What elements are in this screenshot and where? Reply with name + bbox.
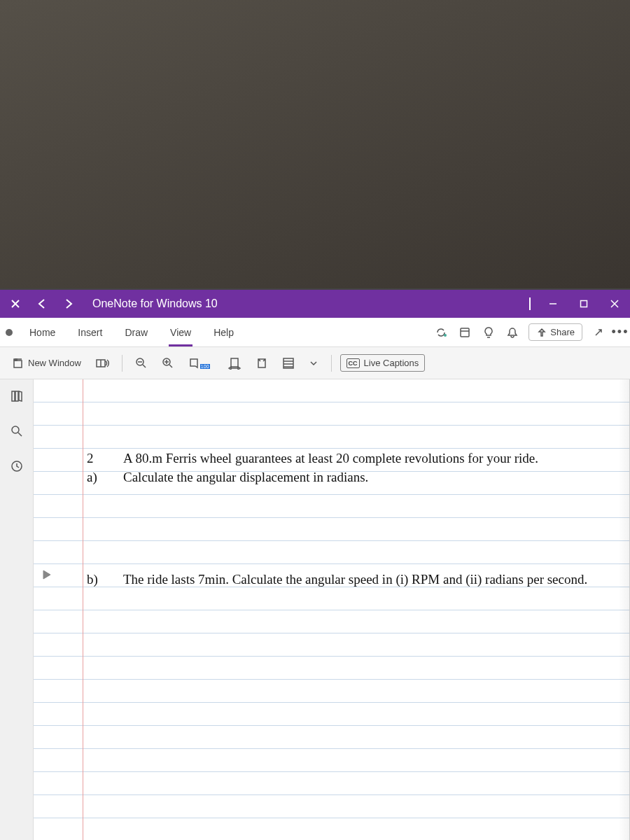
q2a-text: Calculate the angular displacement in ra… — [123, 468, 608, 487]
feed-icon[interactable] — [454, 322, 475, 343]
question-2: 2 A 80.m Ferris wheel guarantees at leas… — [87, 449, 608, 486]
fullscreen-icon[interactable] — [588, 322, 609, 343]
tab-home[interactable]: Home — [18, 318, 66, 346]
svg-rect-2 — [461, 328, 469, 337]
recent-icon[interactable] — [6, 455, 28, 477]
page-edge-shadow — [618, 379, 629, 840]
lightbulb-icon[interactable] — [478, 322, 499, 343]
zoom-in-button[interactable] — [158, 354, 178, 372]
app-title: OneNote for Windows 10 — [84, 298, 218, 310]
main-area: 2 A 80.m Ferris wheel guarantees at leas… — [0, 379, 630, 840]
text-cursor — [529, 298, 531, 310]
tab-help[interactable]: Help — [202, 318, 245, 346]
svg-point-10 — [12, 426, 19, 433]
share-label: Share — [550, 327, 575, 337]
note-page[interactable]: 2 A 80.m Ferris wheel guarantees at leas… — [34, 379, 630, 840]
q2-number: 2 — [87, 449, 123, 468]
tab-view[interactable]: View — [159, 318, 202, 346]
svg-rect-8 — [12, 391, 15, 401]
immersive-reader-button[interactable] — [91, 354, 113, 372]
svg-rect-0 — [581, 301, 587, 307]
svg-rect-6 — [231, 358, 238, 367]
minimize-button[interactable] — [538, 290, 568, 318]
navigation-icon[interactable] — [6, 385, 28, 407]
maximize-button[interactable] — [568, 290, 599, 318]
rule-lines-button[interactable] — [278, 354, 299, 372]
play-audio-icon[interactable] — [41, 568, 57, 585]
question-2b: b) The ride lasts 7min. Calculate the an… — [87, 570, 608, 589]
close-window-button[interactable] — [599, 290, 630, 318]
live-captions-label: Live Captions — [364, 358, 419, 368]
photo-background — [0, 0, 630, 288]
toolbar-dropdown[interactable] — [304, 356, 323, 371]
zoom-100-button[interactable]: 100 — [184, 354, 218, 372]
ribbon-tabs: Home Insert Draw View Help Share ••• — [0, 318, 630, 347]
more-options-button[interactable]: ••• — [610, 325, 630, 340]
forward-button[interactable] — [57, 293, 80, 315]
sync-status-icon[interactable] — [430, 322, 451, 343]
svg-rect-3 — [14, 360, 22, 368]
close-tab-icon[interactable] — [4, 293, 27, 315]
svg-rect-9 — [15, 391, 18, 401]
tab-draw[interactable]: Draw — [113, 318, 159, 346]
zoom-out-button[interactable] — [131, 354, 152, 372]
share-button[interactable]: Share — [528, 323, 582, 341]
view-toolbar: New Window 100 CC Live Captions — [0, 347, 630, 379]
page-color-button[interactable] — [251, 354, 272, 372]
record-indicator-icon — [6, 329, 13, 336]
new-window-label: New Window — [28, 358, 81, 368]
tab-insert[interactable]: Insert — [66, 318, 113, 346]
new-window-button[interactable]: New Window — [7, 354, 85, 372]
zoom-100-badge: 100 — [200, 364, 210, 369]
back-button[interactable] — [31, 293, 53, 315]
svg-point-1 — [444, 334, 447, 337]
page-width-button[interactable] — [223, 354, 246, 372]
live-captions-button[interactable]: CC Live Captions — [340, 354, 426, 372]
left-sidebar — [0, 379, 34, 840]
q2a-number: a) — [87, 468, 123, 487]
search-icon[interactable] — [6, 420, 28, 442]
q2-text: A 80.m Ferris wheel guarantees at least … — [123, 449, 608, 468]
notifications-icon[interactable] — [502, 322, 523, 343]
q2b-number: b) — [87, 570, 123, 589]
note-content[interactable]: 2 A 80.m Ferris wheel guarantees at leas… — [34, 379, 629, 673]
cc-icon: CC — [346, 358, 360, 368]
title-bar: OneNote for Windows 10 — [0, 290, 630, 318]
q2b-text: The ride lasts 7min. Calculate the angul… — [123, 570, 608, 589]
app-window: OneNote for Windows 10 Home Insert Draw … — [0, 288, 630, 840]
